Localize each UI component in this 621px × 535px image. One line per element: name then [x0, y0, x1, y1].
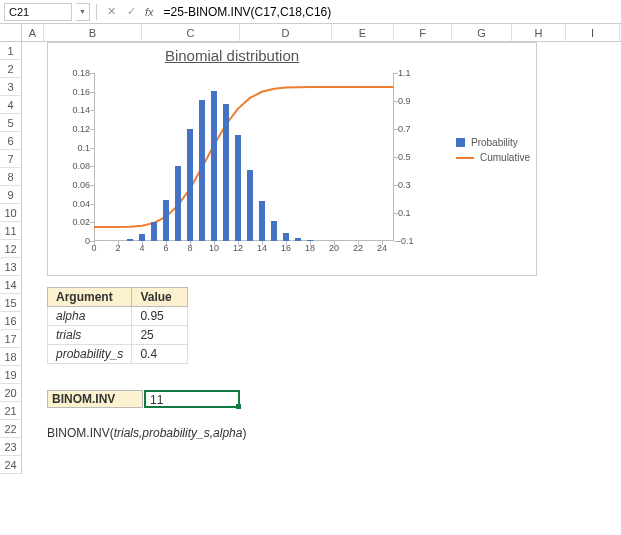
- plot-area: 00.020.040.060.080.10.120.140.160.18-0.1…: [94, 73, 394, 251]
- row-header[interactable]: 24: [0, 456, 22, 474]
- bar: [307, 240, 313, 241]
- row-header[interactable]: 1: [0, 42, 22, 60]
- bar: [127, 239, 133, 241]
- bar: [139, 234, 145, 241]
- col-header[interactable]: B: [44, 24, 142, 41]
- y-tick-right: 1.1: [398, 68, 411, 78]
- column-headers: ABCDEFGHI: [0, 24, 621, 42]
- row-header[interactable]: 2: [0, 60, 22, 78]
- row-header[interactable]: 10: [0, 204, 22, 222]
- syntax-fn: BINOM.INV(: [47, 426, 114, 440]
- legend-swatch-probability: [456, 138, 465, 147]
- col-header[interactable]: E: [332, 24, 394, 41]
- row-header[interactable]: 9: [0, 186, 22, 204]
- legend-label: Probability: [471, 137, 518, 148]
- select-all-corner[interactable]: [0, 24, 22, 41]
- y-tick-right: -0.1: [398, 236, 414, 246]
- y-tick-left: 0.06: [72, 180, 90, 190]
- syntax-close: ): [242, 426, 246, 440]
- bar: [271, 221, 277, 241]
- y-tick-left: 0.04: [72, 199, 90, 209]
- row-header[interactable]: 3: [0, 78, 22, 96]
- y-tick-left: 0.16: [72, 87, 90, 97]
- table-cell[interactable]: probability_s: [48, 345, 132, 364]
- table-cell[interactable]: 25: [132, 326, 188, 345]
- col-header[interactable]: D: [240, 24, 332, 41]
- row-header[interactable]: 22: [0, 420, 22, 438]
- y-tick-left: 0.14: [72, 105, 90, 115]
- y-tick-right: 0.1: [398, 208, 411, 218]
- row-header[interactable]: 16: [0, 312, 22, 330]
- y-tick-right: 0.9: [398, 96, 411, 106]
- row-header[interactable]: 4: [0, 96, 22, 114]
- row-header[interactable]: 15: [0, 294, 22, 312]
- row-header[interactable]: 12: [0, 240, 22, 258]
- table-cell[interactable]: 0.4: [132, 345, 188, 364]
- row-header[interactable]: 20: [0, 384, 22, 402]
- bar: [187, 129, 193, 241]
- syntax-args: trials,probability_s,alpha: [114, 426, 243, 440]
- table-cell[interactable]: alpha: [48, 307, 132, 326]
- y-tick-left: 0.02: [72, 217, 90, 227]
- syntax-text[interactable]: BINOM.INV(trials,probability_s,alpha): [47, 426, 246, 440]
- result-value: 11: [150, 393, 163, 407]
- bar: [247, 170, 253, 241]
- result-label-cell[interactable]: BINOM.INV: [47, 390, 143, 408]
- active-cell[interactable]: 11: [144, 390, 240, 408]
- y-tick-left: 0.08: [72, 161, 90, 171]
- bar: [283, 233, 289, 241]
- table-header: Argument: [48, 288, 132, 307]
- bar: [235, 135, 241, 241]
- cumulative-line: [94, 73, 394, 251]
- y-tick-right: 0.3: [398, 180, 411, 190]
- bar: [211, 91, 217, 241]
- table-cell[interactable]: 0.95: [132, 307, 188, 326]
- row-header[interactable]: 18: [0, 348, 22, 366]
- col-header[interactable]: I: [566, 24, 620, 41]
- bar: [295, 238, 301, 241]
- row-header[interactable]: 13: [0, 258, 22, 276]
- formula-input[interactable]: [160, 3, 617, 21]
- col-header[interactable]: A: [22, 24, 44, 41]
- table-header: Value: [132, 288, 188, 307]
- row-header[interactable]: 14: [0, 276, 22, 294]
- name-box[interactable]: [4, 3, 72, 21]
- row-header[interactable]: 6: [0, 132, 22, 150]
- bar: [151, 222, 157, 241]
- y-tick-left: 0.1: [77, 143, 90, 153]
- y-tick-left: 0.18: [72, 68, 90, 78]
- col-header[interactable]: C: [142, 24, 240, 41]
- bar: [199, 100, 205, 241]
- bar: [163, 200, 169, 241]
- arguments-table: Argument Value alpha 0.95 trials 25 prob…: [47, 287, 188, 364]
- row-header[interactable]: 21: [0, 402, 22, 420]
- legend-label: Cumulative: [480, 152, 530, 163]
- row-header[interactable]: 23: [0, 438, 22, 456]
- y-tick-right: 0.5: [398, 152, 411, 162]
- name-box-dropdown[interactable]: ▼: [76, 3, 90, 21]
- cancel-icon[interactable]: ✕: [103, 4, 119, 20]
- bar: [223, 104, 229, 241]
- col-header[interactable]: F: [394, 24, 452, 41]
- separator: [96, 4, 97, 20]
- row-header[interactable]: 5: [0, 114, 22, 132]
- enter-icon[interactable]: ✓: [123, 4, 139, 20]
- chart[interactable]: Binomial distribution 00.020.040.060.080…: [47, 42, 537, 276]
- fill-handle[interactable]: [236, 404, 241, 409]
- row-header[interactable]: 7: [0, 150, 22, 168]
- fx-icon[interactable]: fx: [145, 6, 154, 18]
- row-header[interactable]: 19: [0, 366, 22, 384]
- chart-title: Binomial distribution: [48, 47, 416, 64]
- bar: [175, 166, 181, 241]
- row-header[interactable]: 11: [0, 222, 22, 240]
- row-header[interactable]: 8: [0, 168, 22, 186]
- col-header[interactable]: G: [452, 24, 512, 41]
- row-headers: 123456789101112131415161718192021222324: [0, 42, 22, 474]
- legend: Probability Cumulative: [456, 133, 530, 167]
- col-header[interactable]: H: [512, 24, 566, 41]
- table-cell[interactable]: trials: [48, 326, 132, 345]
- y-tick-left: 0.12: [72, 124, 90, 134]
- legend-swatch-cumulative: [456, 157, 474, 159]
- row-header[interactable]: 17: [0, 330, 22, 348]
- bar: [259, 201, 265, 242]
